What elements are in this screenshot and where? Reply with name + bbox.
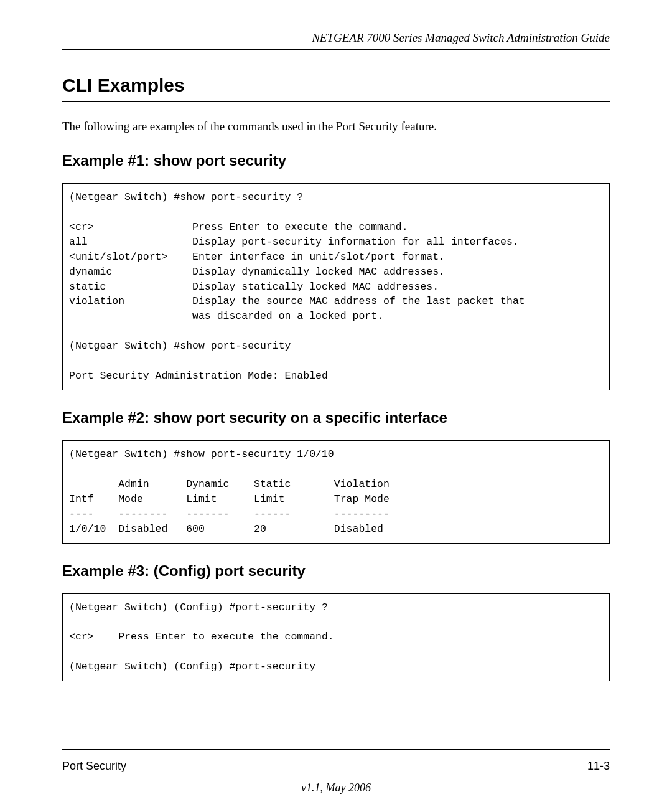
page-header: NETGEAR 7000 Series Managed Switch Admin… — [62, 31, 610, 50]
intro-paragraph: The following are examples of the comman… — [62, 120, 610, 133]
header-title: NETGEAR 7000 Series Managed Switch Admin… — [312, 31, 610, 44]
example1-title: Example #1: show port security — [62, 152, 610, 169]
footer-right: 11-3 — [587, 760, 610, 773]
example3-title: Example #3: (Config) port security — [62, 562, 610, 580]
footer-version: v1.1, May 2006 — [0, 781, 672, 795]
example2-code: (Netgear Switch) #show port-security 1/0… — [62, 440, 610, 544]
section-title: CLI Examples — [62, 75, 610, 102]
footer-left: Port Security — [62, 760, 126, 773]
example2-title: Example #2: show port security on a spec… — [62, 409, 610, 427]
example1-code: (Netgear Switch) #show port-security ? <… — [62, 183, 610, 390]
footer: Port Security 11-3 — [62, 760, 610, 773]
footer-divider — [62, 749, 610, 750]
example3-code: (Netgear Switch) (Config) #port-security… — [62, 593, 610, 682]
page-container: NETGEAR 7000 Series Managed Switch Admin… — [0, 0, 672, 807]
